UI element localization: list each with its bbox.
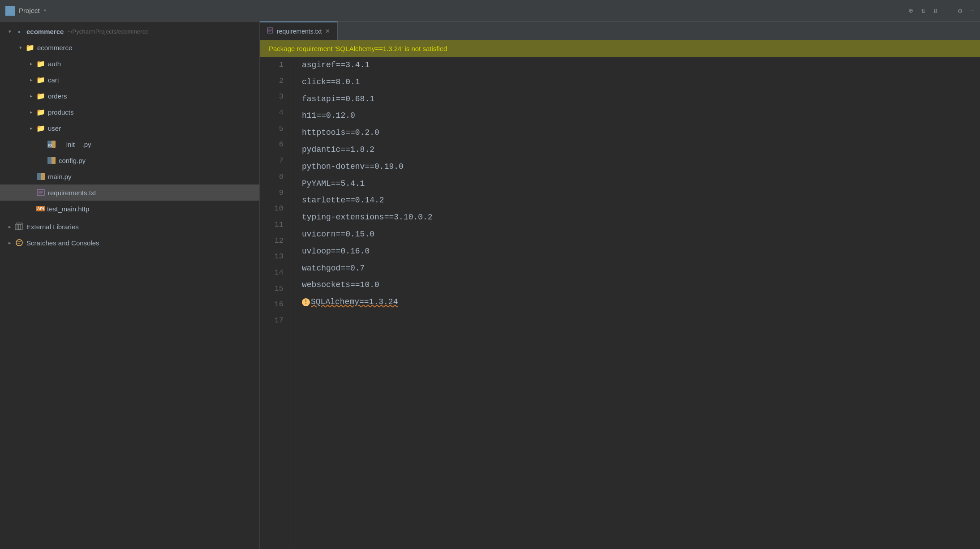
code-line-14: websockets==10.0	[302, 277, 969, 294]
line-num-9: 9	[267, 185, 284, 201]
project-chevron[interactable]: ▾	[43, 7, 47, 14]
svg-rect-5	[47, 157, 52, 164]
sidebar: ▪ ecommerce ~/PycharmProjects/ecommerce …	[0, 21, 260, 549]
sidebar-item-test-main[interactable]: API test_main.http	[0, 201, 259, 217]
svg-rect-6	[52, 157, 56, 164]
line-num-15: 15	[267, 281, 284, 297]
warning-icon: !	[302, 298, 310, 306]
project-root-label: ecommerce	[26, 28, 64, 35]
title-bar-left: Project ▾	[5, 6, 904, 16]
sidebar-item-cart[interactable]: 📁 cart	[0, 72, 259, 88]
auth-folder-icon: 📁	[36, 60, 46, 68]
svg-rect-1	[7, 9, 10, 11]
scratches-icon	[14, 239, 24, 247]
config-py-label: config.py	[59, 157, 86, 164]
line-num-2: 2	[267, 73, 284, 89]
sidebar-item-requirements-txt[interactable]: requirements.txt	[0, 184, 259, 201]
separator	[948, 6, 948, 15]
line-num-11: 11	[267, 217, 284, 233]
products-label: products	[48, 108, 74, 116]
external-libraries-icon	[14, 223, 24, 231]
orders-arrow	[27, 91, 36, 100]
sidebar-item-init-py[interactable]: py __init__.py	[0, 136, 259, 152]
ecommerce-arrow	[16, 43, 25, 52]
code-content[interactable]: asgiref==3.4.1 click==8.0.1 fastapi==0.6…	[291, 57, 980, 549]
minimize-icon[interactable]: −	[970, 7, 975, 15]
products-arrow	[27, 107, 36, 116]
editor-area: requirements.txt ✕ Package requirement '…	[260, 21, 980, 549]
ecommerce-folder-icon: 📁	[25, 43, 35, 51]
tab-close-button[interactable]: ✕	[325, 28, 330, 34]
line-num-3: 3	[267, 89, 284, 105]
svg-rect-8	[41, 173, 45, 180]
api-badge: API	[36, 206, 45, 211]
sidebar-item-scratches[interactable]: Scratches and Consoles	[0, 235, 259, 251]
sidebar-item-external-libraries[interactable]: External Libraries	[0, 219, 259, 235]
collapse-icon[interactable]: ⇵	[933, 6, 938, 15]
line-num-17: 17	[267, 313, 284, 329]
code-line-2: click==8.0.1	[302, 74, 969, 91]
orders-folder-icon: 📁	[36, 92, 46, 100]
sidebar-item-ecommerce[interactable]: 📁 ecommerce	[0, 39, 259, 56]
project-root-arrow	[5, 27, 14, 36]
code-line-5: httptools==0.2.0	[302, 124, 969, 142]
external-libraries-arrow	[5, 222, 14, 231]
line-num-14: 14	[267, 265, 284, 281]
globe-icon[interactable]: ⊕	[909, 6, 913, 15]
svg-text:py: py	[48, 142, 52, 147]
line-num-6: 6	[267, 137, 284, 153]
main-layout: ▪ ecommerce ~/PycharmProjects/ecommerce …	[0, 21, 980, 549]
tab-bar: requirements.txt ✕	[260, 21, 980, 40]
orders-label: orders	[48, 92, 67, 100]
requirements-txt-icon	[36, 189, 46, 197]
sidebar-item-main-py[interactable]: main.py	[0, 168, 259, 184]
auth-arrow	[27, 59, 36, 68]
code-line-13: watchgod==0.7	[302, 260, 969, 277]
project-root-folder-icon: ▪	[14, 27, 24, 35]
cart-folder-icon: 📁	[36, 76, 46, 84]
scratches-arrow	[5, 238, 14, 247]
sync-icon[interactable]: ⇅	[921, 6, 925, 15]
user-folder-icon: 📁	[36, 124, 46, 132]
requirements-txt-label: requirements.txt	[48, 189, 96, 197]
tab-label: requirements.txt	[277, 28, 322, 35]
line-num-5: 5	[267, 121, 284, 137]
svg-point-19	[16, 240, 22, 246]
project-root[interactable]: ▪ ecommerce ~/PycharmProjects/ecommerce	[0, 23, 259, 39]
line-num-16: 16	[267, 296, 284, 313]
line-num-8: 8	[267, 169, 284, 185]
line-num-1: 1	[267, 57, 284, 73]
title-bar-icons: ⊕ ⇅ ⇵ ⚙ −	[909, 6, 975, 15]
code-editor[interactable]: 1 2 3 4 5 6 7 8 9 10 11 12 13 14 15 16 1…	[260, 57, 980, 549]
code-line-8: PyYAML==5.4.1	[302, 176, 969, 193]
auth-label: auth	[48, 60, 61, 68]
code-line-12: uvloop==0.16.0	[302, 243, 969, 260]
code-line-6: pydantic==1.8.2	[302, 142, 969, 159]
tab-requirements-txt[interactable]: requirements.txt ✕	[260, 21, 338, 40]
sidebar-item-user[interactable]: 📁 user	[0, 120, 259, 136]
warning-text: Package requirement 'SQLAlchemy==1.3.24'…	[269, 45, 447, 52]
code-line-4: h11==0.12.0	[302, 107, 969, 124]
sidebar-item-orders[interactable]: 📁 orders	[0, 88, 259, 104]
products-folder-icon: 📁	[36, 108, 46, 116]
settings-icon[interactable]: ⚙	[958, 6, 963, 15]
user-arrow	[27, 124, 36, 133]
main-py-label: main.py	[48, 173, 72, 180]
ecommerce-label: ecommerce	[37, 44, 72, 51]
sidebar-item-auth[interactable]: 📁 auth	[0, 56, 259, 72]
main-py-icon	[36, 172, 46, 180]
line-num-13: 13	[267, 249, 284, 265]
user-label: user	[48, 124, 61, 132]
scratches-label: Scratches and Consoles	[26, 239, 99, 247]
cart-label: cart	[48, 76, 59, 84]
project-label: Project	[19, 7, 40, 14]
sidebar-item-config-py[interactable]: config.py	[0, 152, 259, 168]
svg-rect-7	[37, 173, 41, 180]
code-line-9: starlette==0.14.2	[302, 192, 969, 209]
sidebar-item-products[interactable]: 📁 products	[0, 104, 259, 120]
test-main-label: test_main.http	[47, 205, 89, 213]
init-py-label: __init__.py	[59, 141, 91, 148]
code-line-10: typing-extensions==3.10.0.2	[302, 209, 969, 226]
tab-file-icon	[267, 27, 273, 35]
external-libraries-label: External Libraries	[26, 223, 79, 231]
